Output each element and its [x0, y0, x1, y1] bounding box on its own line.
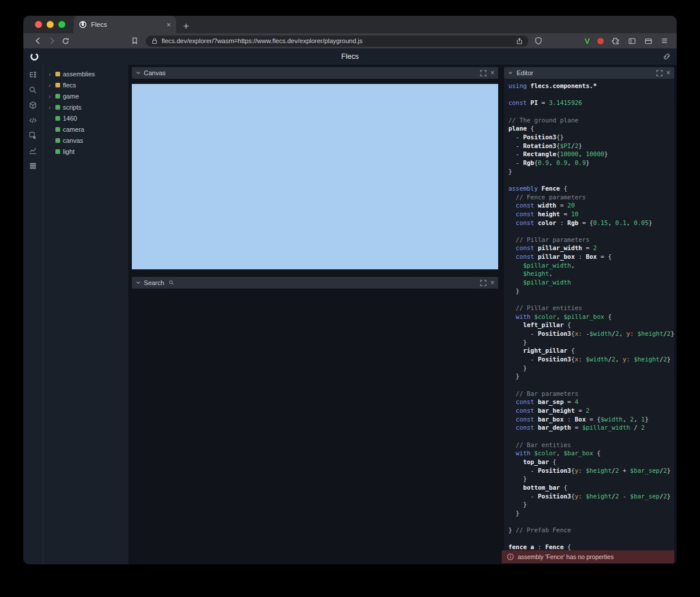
entity-kind-square — [55, 72, 60, 76]
sidebar-icon-rail — [23, 65, 43, 564]
expand-chevron-icon[interactable]: › — [47, 82, 52, 89]
code-line — [508, 175, 674, 184]
collapse-chevron-icon[interactable] — [136, 71, 141, 75]
expand-chevron-icon[interactable]: › — [47, 104, 52, 111]
browser-tab-flecs[interactable]: Flecs × — [74, 16, 176, 33]
vimium-extension-button[interactable]: V — [584, 37, 590, 45]
tree-item-assemblies[interactable]: ›assemblies — [43, 68, 128, 79]
code-line: } — [508, 287, 674, 296]
toolbar-right-icons: V — [584, 37, 668, 45]
code-line: $pillar_width, — [508, 261, 674, 270]
code-line — [508, 432, 674, 441]
entity-kind-square — [55, 105, 60, 110]
url-input[interactable]: flecs.dev/explorer/?wasm=https://www.fle… — [146, 36, 528, 47]
statistics-button[interactable] — [27, 146, 38, 155]
share-link-icon[interactable] — [663, 52, 671, 61]
puzzle-icon — [611, 37, 620, 45]
code-line: - Position3{x: $width/2, y: $height/2} — [508, 355, 674, 364]
entities-button[interactable] — [27, 100, 38, 110]
close-panel-icon[interactable]: × — [490, 279, 494, 286]
tables-rows-icon — [29, 161, 37, 170]
tree-view-button[interactable] — [27, 70, 38, 79]
tree-item-label: camera — [63, 126, 85, 133]
code-line: fence_a : Fence { — [508, 543, 674, 550]
code-line: - Rgb{0.9, 0.9, 0.9} — [508, 159, 674, 167]
center-column: Canvas × Search — [128, 65, 500, 564]
app-main: ›assemblies›flecs›game›scripts1460camera… — [23, 65, 677, 564]
brave-shields-button[interactable] — [534, 37, 542, 45]
code-line: } — [508, 500, 674, 509]
tree-item-light[interactable]: light — [43, 146, 128, 157]
tree-item-scripts[interactable]: ›scripts — [43, 101, 128, 113]
code-line: const width = 20 — [508, 201, 674, 210]
bookmarks-button[interactable] — [131, 37, 139, 45]
tree-item-label: flecs — [63, 82, 76, 89]
entity-kind-square — [55, 127, 60, 132]
close-window-button[interactable] — [35, 21, 42, 28]
collapse-chevron-icon[interactable] — [136, 280, 141, 285]
code-line: // Bar parameters — [508, 389, 674, 398]
code-line: } — [508, 364, 674, 373]
expand-panel-icon[interactable] — [480, 70, 487, 76]
canvas-panel-header[interactable]: Canvas × — [132, 67, 499, 79]
zoom-window-button[interactable] — [58, 21, 65, 28]
collapse-chevron-icon[interactable] — [508, 71, 513, 75]
browser-menu-button[interactable] — [660, 37, 668, 45]
inspect-button[interactable] — [27, 131, 38, 140]
expand-chevron-icon[interactable]: › — [47, 93, 52, 100]
editor-panel-header[interactable]: Editor × — [504, 67, 674, 79]
close-panel-icon[interactable]: × — [666, 69, 670, 76]
back-arrow-icon — [33, 36, 43, 45]
canvas-panel-body — [132, 79, 499, 269]
code-line: // Pillar parameters — [508, 236, 674, 244]
minimize-window-button[interactable] — [47, 21, 54, 28]
render-canvas[interactable] — [132, 84, 499, 269]
tab-close-icon[interactable]: × — [166, 20, 171, 29]
new-tab-button[interactable]: + — [183, 21, 189, 31]
app-header: Flecs — [23, 48, 677, 65]
search-icon — [169, 280, 174, 286]
code-line: top_bar { — [508, 458, 674, 466]
info-icon — [507, 553, 514, 560]
script-editor-button[interactable] — [27, 115, 38, 125]
script-editor[interactable]: using flecs.components.* const PI = 3.14… — [504, 79, 674, 550]
code-line — [508, 517, 674, 526]
tree-item-flecs[interactable]: ›flecs — [43, 79, 128, 90]
reload-button[interactable] — [61, 37, 70, 45]
share-button[interactable] — [516, 37, 523, 45]
flecs-explorer-app: Flecs — [23, 48, 677, 564]
tree-item-canvas[interactable]: canvas — [43, 135, 128, 146]
code-line: - Position3{} — [508, 133, 674, 142]
wallet-button[interactable] — [644, 37, 653, 45]
query-search-button[interactable] — [27, 85, 38, 94]
forward-button[interactable] — [47, 36, 57, 45]
inspect-cursor-icon — [29, 131, 37, 140]
back-button[interactable] — [33, 36, 43, 45]
shield-icon — [534, 37, 542, 45]
tree-item-1460[interactable]: 1460 — [43, 113, 128, 124]
code-line: } — [508, 372, 674, 381]
tree-item-game[interactable]: ›game — [43, 90, 128, 101]
sidebar-toggle-button[interactable] — [628, 37, 636, 45]
code-line: - Position3{y: $height/2 + $bar_sep/2} — [508, 466, 674, 475]
expand-panel-icon[interactable] — [480, 280, 487, 286]
tree-item-label: scripts — [63, 104, 82, 111]
code-line — [508, 381, 674, 389]
code-line: right_pillar { — [508, 346, 674, 355]
tree-item-camera[interactable]: camera — [43, 124, 128, 135]
share-icon — [516, 37, 523, 45]
expand-panel-icon[interactable] — [656, 70, 663, 76]
code-line: with $color, $pillar_box { — [508, 312, 674, 321]
close-panel-icon[interactable]: × — [490, 69, 494, 76]
code-line: } — [508, 338, 674, 347]
red-extension-icon[interactable] — [597, 38, 604, 44]
code-line: plane { — [508, 124, 674, 133]
entity-kind-square — [55, 83, 60, 87]
code-line: // The ground plane — [508, 116, 674, 125]
extensions-button[interactable] — [611, 37, 620, 45]
expand-chevron-icon[interactable]: › — [47, 71, 52, 78]
search-panel-header[interactable]: Search × — [132, 277, 499, 289]
tab-title: Flecs — [91, 21, 162, 28]
code-line: const bar_sep = 4 — [508, 398, 674, 406]
tables-button[interactable] — [27, 161, 38, 170]
